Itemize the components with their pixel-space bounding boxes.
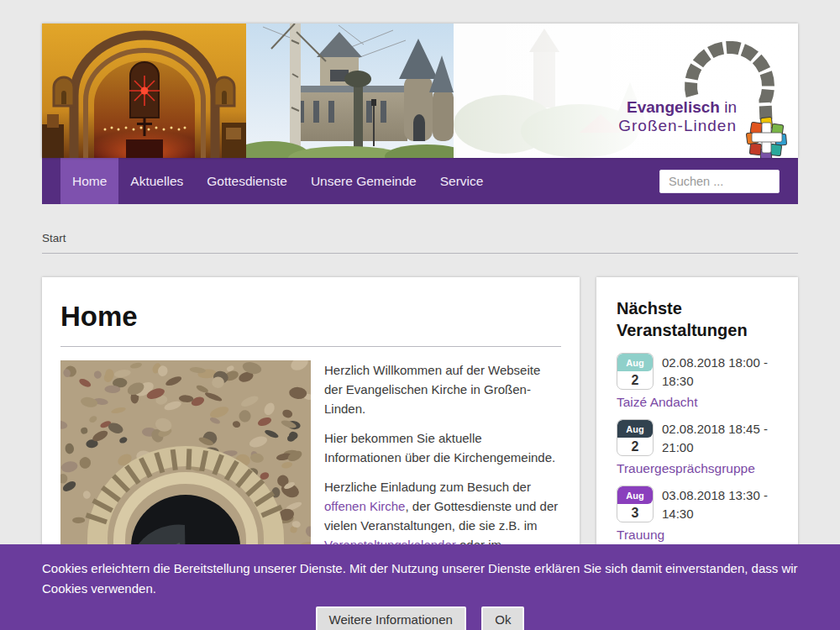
page-container: Evangelisch in Großen-Linden bbox=[42, 24, 798, 630]
search-box bbox=[659, 158, 798, 204]
page-title: Home bbox=[60, 301, 561, 333]
event-item: Aug 2 02.08.2018 18:00 -18:30 Taizé Anda… bbox=[617, 353, 778, 411]
inline-link-offenen-kirche[interactable]: offenen Kirche bbox=[324, 499, 405, 513]
text-segment: Herzliche Einladung zum Besuch der bbox=[324, 480, 531, 494]
cookie-ok-button[interactable]: Ok bbox=[481, 606, 524, 630]
event-item: Aug 2 02.08.2018 18:45 -21:00 Trauergesp… bbox=[617, 419, 778, 477]
sidebar-title: Nächste Veranstaltungen bbox=[617, 297, 778, 341]
main-nav: HomeAktuellesGottesdiensteUnsere Gemeind… bbox=[42, 158, 798, 204]
breadcrumb-current: Start bbox=[42, 232, 66, 244]
nav-item-unsere-gemeinde[interactable]: Unsere Gemeinde bbox=[299, 158, 428, 204]
event-title-link-trauergesprächsgruppe[interactable]: Trauergesprächsgruppe bbox=[617, 460, 778, 477]
nav-item-gottesdienste[interactable]: Gottesdienste bbox=[195, 158, 299, 204]
niche-right bbox=[214, 77, 234, 106]
calendar-day: 2 bbox=[617, 371, 653, 389]
header-photo-interior bbox=[42, 24, 246, 158]
event-title-link-trauung[interactable]: Trauung bbox=[617, 527, 778, 543]
church-exterior-illustration bbox=[246, 24, 454, 158]
main-nav-list: HomeAktuellesGottesdiensteUnsere Gemeind… bbox=[60, 158, 659, 204]
event-datetime: 02.08.2018 18:00 -18:30 bbox=[662, 353, 768, 391]
logo-line1-rest: in bbox=[720, 98, 737, 116]
cookie-info-button[interactable]: Weitere Informationen bbox=[316, 606, 466, 630]
nav-item-home[interactable]: Home bbox=[60, 158, 118, 204]
logo-line1-bold: Evangelisch bbox=[627, 98, 720, 116]
search-input[interactable] bbox=[659, 170, 780, 193]
header-photo-faded: Evangelisch in Großen-Linden bbox=[454, 24, 798, 158]
church-interior-illustration bbox=[42, 24, 246, 158]
intro-paragraph: Herzlich Willkommen auf der Webseite der… bbox=[324, 360, 561, 418]
calendar-month: Aug bbox=[617, 486, 653, 504]
header-photo-exterior bbox=[246, 24, 454, 158]
calendar-day: 2 bbox=[617, 438, 653, 455]
calendar-day: 3 bbox=[617, 504, 653, 522]
event-datetime: 03.08.2018 13:30 -14:30 bbox=[662, 486, 768, 523]
breadcrumb: Start bbox=[42, 204, 798, 244]
text-segment: Hier bekommen Sie aktuelle Informationen… bbox=[324, 431, 555, 465]
nav-item-service[interactable]: Service bbox=[428, 158, 496, 204]
intro-paragraph: Hier bekommen Sie aktuelle Informationen… bbox=[324, 428, 561, 467]
title-divider bbox=[60, 346, 561, 347]
calendar-month: Aug bbox=[617, 420, 653, 438]
nav-item-aktuelles[interactable]: Aktuelles bbox=[118, 158, 195, 204]
niche-left bbox=[54, 77, 74, 106]
calendar-badge: Aug 2 bbox=[617, 419, 654, 456]
cookie-banner: Cookies erleichtern die Bereitstellung u… bbox=[0, 544, 840, 630]
logo-line2: Großen-Linden bbox=[618, 117, 737, 134]
text-segment: Herzlich Willkommen auf der Webseite der… bbox=[324, 363, 540, 416]
site-logo: Evangelisch in Großen-Linden bbox=[612, 40, 793, 158]
svg-text:Evangelisch in: Evangelisch in bbox=[627, 98, 737, 116]
calendar-badge: Aug 2 bbox=[617, 353, 654, 390]
cross-icon bbox=[746, 117, 786, 158]
event-title-link-taiz-andacht[interactable]: Taizé Andacht bbox=[617, 394, 778, 411]
cookie-actions: Weitere Informationen Ok bbox=[42, 606, 798, 630]
cookie-message: Cookies erleichtern die Bereitstellung u… bbox=[42, 559, 798, 599]
site-header: Evangelisch in Großen-Linden bbox=[42, 24, 798, 158]
calendar-month: Aug bbox=[617, 354, 653, 371]
event-item: Aug 3 03.08.2018 13:30 -14:30 Trauung bbox=[617, 486, 778, 543]
breadcrumb-divider bbox=[42, 253, 798, 254]
event-datetime: 02.08.2018 18:45 -21:00 bbox=[662, 419, 768, 457]
calendar-badge: Aug 3 bbox=[617, 486, 654, 522]
